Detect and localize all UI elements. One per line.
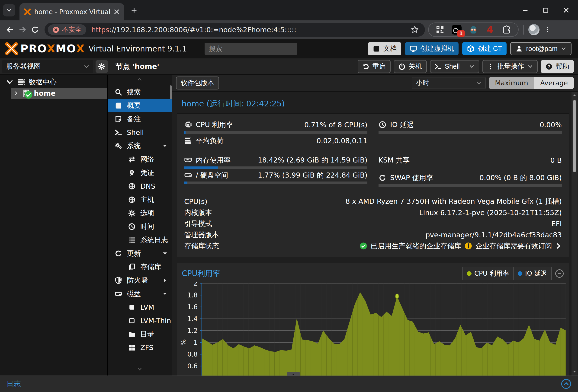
log-splitter-handle[interactable]: [287, 372, 300, 376]
menu-item-firewall[interactable]: 防火墙: [108, 273, 172, 287]
tab-close-icon[interactable]: [113, 8, 120, 15]
address-bar[interactable]: 不安全 https://192.168.2.200:8006/#v1:0:=no…: [45, 23, 425, 37]
menu-item-search[interactable]: 搜索: [108, 85, 172, 99]
cpu-chart-panel: CPU利用率 CPU 利用率IO 延迟 21.81.61.41.210.80.6…: [177, 263, 569, 376]
content-scrollbar[interactable]: [572, 92, 578, 376]
shutdown-button[interactable]: 关机: [394, 60, 427, 73]
menu-item-repositories[interactable]: 存储库: [108, 260, 172, 273]
menu-item-notes[interactable]: 备注: [108, 112, 172, 126]
maximum-toggle[interactable]: Maximum: [489, 77, 534, 89]
chevron-right-icon[interactable]: [555, 243, 562, 249]
menu-item-system[interactable]: 系统: [108, 139, 172, 153]
stat-group: SWAP 使用率0.00% (0 B 的 8.00 GiB): [379, 173, 562, 187]
global-search-input[interactable]: [205, 43, 297, 55]
menu-item-hosts[interactable]: 主机: [108, 193, 172, 206]
documentation-button[interactable]: 文档: [368, 42, 401, 55]
menu-scroll-down-icon[interactable]: [136, 366, 144, 372]
stat-group: 平均负荷0.02,0.08,0.11: [184, 136, 367, 146]
view-settings-button[interactable]: [96, 60, 108, 73]
profile-avatar[interactable]: [528, 24, 539, 35]
menu-item-options[interactable]: 选项: [108, 206, 172, 220]
menu-item-directory[interactable]: 目录: [108, 327, 172, 341]
menu-item-disks[interactable]: 磁盘: [108, 287, 172, 301]
url-text[interactable]: https://192.168.2.200:8006/#v1:0:=node%2…: [91, 26, 296, 34]
menu-item-summary[interactable]: 概要: [108, 99, 172, 112]
stat-row: KSM 共享0 B: [379, 155, 562, 165]
back-button[interactable]: [4, 23, 16, 36]
forward-button[interactable]: [16, 23, 29, 36]
time-range-select[interactable]: 小时: [412, 77, 486, 89]
caret-down-icon[interactable]: [162, 250, 168, 256]
menu-item-syslog[interactable]: 系统日志: [108, 233, 172, 247]
collapse-panel-icon[interactable]: [555, 269, 564, 278]
stat-value: 0.00%: [540, 121, 562, 129]
extensions-menu-button[interactable]: [502, 25, 512, 35]
restart-icon: [362, 63, 369, 70]
menu-item-shell[interactable]: Shell: [108, 126, 172, 139]
datacenter-icon: [17, 78, 26, 86]
average-toggle[interactable]: Average: [534, 77, 574, 89]
caret-down-icon[interactable]: [162, 291, 168, 297]
log-expand-icon[interactable]: [561, 379, 572, 389]
bulk-actions-button[interactable]: 批量操作: [482, 60, 538, 73]
tab-search-button[interactable]: [3, 4, 15, 16]
menu-item-time[interactable]: 时间: [108, 220, 172, 233]
restart-button[interactable]: 重启: [358, 60, 390, 73]
scrollbar-thumb[interactable]: [573, 100, 576, 172]
qr-extension-icon[interactable]: [435, 25, 445, 35]
square-outline-icon: [128, 317, 136, 325]
user-menu-button[interactable]: root@pam: [510, 42, 572, 55]
security-badge[interactable]: 不安全: [48, 24, 86, 35]
stat-label: 平均负荷: [196, 136, 224, 146]
avatar-extension-icon[interactable]: [469, 25, 478, 35]
reload-icon: [31, 26, 39, 34]
browser-tab[interactable]: home - Proxmox Virtual Envi: [19, 3, 124, 20]
online-status-icon: [24, 90, 33, 99]
chevron-down-icon[interactable]: [469, 64, 475, 69]
pve-header: PROXMOX Virtual Environment 9.1.1 文档 创建虚…: [0, 39, 578, 58]
tree-item-datacenter[interactable]: 数据中心: [0, 77, 107, 88]
legend-item[interactable]: CPU 利用率: [463, 267, 514, 280]
extension-with-badge[interactable]: 1: [452, 25, 462, 35]
expander-icon[interactable]: [13, 91, 19, 96]
create-vm-button[interactable]: 创建虚拟机: [405, 42, 459, 55]
warning-circle-icon: [464, 242, 472, 250]
scroll-up-icon[interactable]: [572, 93, 577, 98]
kebab-icon: [487, 63, 494, 70]
package-versions-button[interactable]: 软件包版本: [176, 77, 219, 89]
window-minimize-icon[interactable]: [522, 7, 529, 14]
menu-item-updates[interactable]: 更新: [108, 247, 172, 260]
window-maximize-icon[interactable]: [542, 7, 549, 14]
menu-item-zfs[interactable]: ZFS: [108, 341, 172, 354]
caret-down-icon[interactable]: [162, 143, 168, 149]
bookmark-star-icon[interactable]: [411, 26, 419, 34]
create-ct-button[interactable]: 创建 CT: [462, 42, 507, 55]
legend-label: IO 延迟: [525, 269, 547, 278]
caret-right-icon[interactable]: [162, 277, 168, 283]
menu-scroll-up-icon[interactable]: [136, 77, 144, 82]
svg-text:%: %: [179, 339, 187, 346]
menu-item-lvm[interactable]: LVM: [108, 301, 172, 314]
shell-button[interactable]: Shell: [430, 60, 480, 73]
info-value: Linux 6.17.2-1-pve (2025-10-21T11:55Z): [419, 209, 562, 217]
repo-ok-text: 已启用生产就绪的企业存储库: [371, 241, 461, 251]
menu-item-network[interactable]: 网络: [108, 153, 172, 166]
tree-item-node-home[interactable]: home: [11, 88, 107, 99]
scroll-down-icon[interactable]: [572, 369, 577, 374]
stat-group: CPU 利用率0.71% of 8 CPU(s): [184, 120, 367, 134]
browser-menu-button[interactable]: [542, 24, 553, 35]
window-close-icon[interactable]: [563, 7, 570, 14]
new-tab-button[interactable]: [128, 4, 140, 16]
counter-extension[interactable]: 4: [485, 25, 495, 35]
menu-item-label: 主机: [140, 195, 154, 205]
menu-item-dns[interactable]: DNS: [108, 179, 172, 193]
legend-item[interactable]: IO 延迟: [514, 267, 552, 280]
view-selector[interactable]: 服务器视图: [2, 60, 93, 73]
body: 数据中心 home 搜索概要备注Shell系统网络凭证DNS主机选项时间系统日志…: [0, 75, 578, 376]
menu-item-certificates[interactable]: 凭证: [108, 166, 172, 179]
help-button[interactable]: ?帮助: [541, 60, 574, 73]
menu-item-label: 更新: [127, 249, 141, 258]
expander-icon[interactable]: [5, 78, 14, 86]
reload-button[interactable]: [29, 23, 41, 36]
menu-item-lvmthin[interactable]: LVM-Thin: [108, 314, 172, 327]
